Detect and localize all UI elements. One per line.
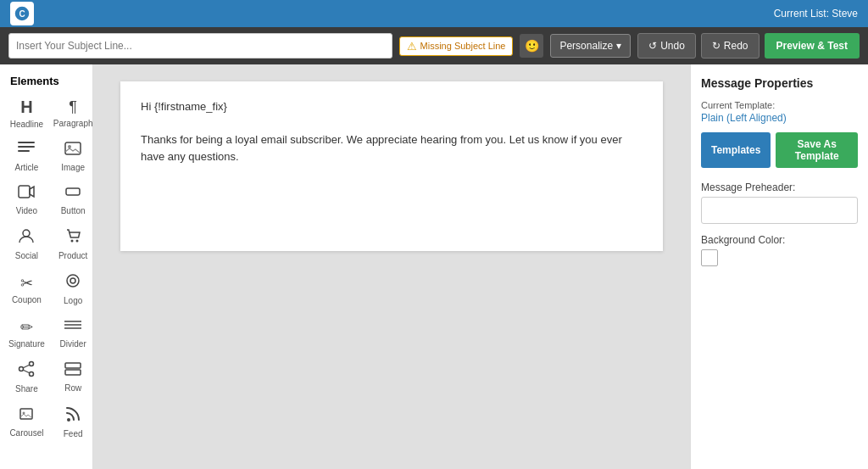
email-canvas[interactable]: Hi {!firstname_fix} Thanks for being a l… — [120, 81, 663, 251]
element-headline[interactable]: H Headline — [5, 92, 48, 134]
element-button[interactable]: Button — [50, 179, 93, 221]
template-buttons: Templates Save As Template — [701, 132, 858, 168]
element-row[interactable]: Row — [50, 355, 93, 399]
missing-subject-text: Missing Subject Line — [420, 41, 506, 51]
svg-rect-7 — [19, 186, 30, 198]
canvas-area: Hi {!firstname_fix} Thanks for being a l… — [93, 64, 690, 469]
bg-color-label: Background Color: — [701, 234, 858, 246]
element-article[interactable]: Article — [5, 136, 48, 177]
video-label: Video — [16, 206, 37, 215]
panel-title: Message Properties — [701, 76, 858, 90]
carousel-icon — [18, 406, 35, 426]
paragraph-label: Paragraph — [53, 119, 93, 128]
undo-button[interactable]: ↺ Undo — [637, 33, 696, 59]
svg-rect-3 — [18, 146, 35, 148]
canvas-line2: Thanks for being a loyal email subscribe… — [141, 131, 643, 165]
image-label: Image — [61, 163, 85, 172]
element-image[interactable]: Image — [50, 136, 93, 177]
missing-subject-badge: ⚠ Missing Subject Line — [399, 36, 514, 56]
warning-icon: ⚠ — [407, 40, 417, 53]
headline-icon: H — [20, 98, 32, 117]
product-label: Product — [58, 251, 87, 260]
element-feed[interactable]: Feed — [50, 400, 93, 444]
current-list-label: Current List: Steve — [774, 8, 858, 20]
signature-icon: ✏ — [20, 318, 33, 337]
button-icon — [64, 184, 81, 204]
element-carousel[interactable]: Carousel — [5, 400, 48, 444]
svg-point-11 — [76, 240, 79, 243]
svg-line-21 — [24, 370, 30, 372]
preheader-label: Message Preheader: — [701, 181, 858, 193]
logo-icon: C — [14, 5, 31, 22]
share-icon — [18, 360, 35, 382]
feed-label: Feed — [64, 429, 83, 438]
element-logo[interactable]: Logo — [50, 267, 93, 310]
subject-input[interactable] — [8, 33, 392, 59]
canvas-line1: Hi {!firstname_fix} — [141, 98, 643, 115]
elements-title: Elements — [5, 71, 93, 91]
svg-rect-22 — [65, 363, 81, 368]
personalize-button[interactable]: Personalize ▾ — [550, 34, 631, 58]
personalize-label: Personalize — [559, 40, 613, 52]
svg-rect-5 — [65, 142, 81, 154]
bg-color-swatch[interactable] — [701, 249, 718, 266]
element-product[interactable]: Product — [50, 222, 93, 265]
redo-icon: ↻ — [712, 40, 721, 52]
svg-point-10 — [71, 240, 74, 243]
svg-rect-23 — [65, 370, 81, 375]
undo-icon: ↺ — [648, 40, 657, 52]
video-icon — [18, 184, 35, 204]
current-template-label: Current Template: — [701, 100, 858, 110]
social-label: Social — [15, 251, 38, 260]
svg-line-20 — [24, 365, 30, 367]
app-logo: C — [10, 2, 34, 25]
svg-point-12 — [67, 275, 79, 287]
element-video[interactable]: Video — [5, 179, 48, 221]
logo-label: Logo — [64, 296, 82, 305]
article-label: Article — [15, 163, 39, 172]
element-coupon[interactable]: ✂ Coupon — [5, 267, 48, 310]
subject-bar: ⚠ Missing Subject Line 🙂 Personalize ▾ ↺… — [0, 27, 868, 64]
svg-rect-4 — [18, 150, 30, 152]
right-panel: Message Properties Current Template: Pla… — [690, 64, 868, 469]
divider-icon — [64, 317, 81, 337]
article-icon — [18, 141, 35, 160]
paragraph-icon: ¶ — [69, 98, 77, 116]
element-divider[interactable]: Divider — [50, 312, 93, 354]
svg-point-13 — [70, 278, 75, 283]
feed-icon — [64, 405, 81, 427]
emoji-button[interactable]: 🙂 — [520, 34, 543, 58]
divider-label: Divider — [60, 339, 86, 349]
element-share[interactable]: Share — [5, 355, 48, 399]
element-social[interactable]: Social — [5, 222, 48, 265]
svg-point-9 — [23, 230, 30, 237]
svg-rect-8 — [66, 188, 80, 195]
share-label: Share — [15, 384, 38, 394]
svg-point-19 — [30, 372, 34, 377]
svg-point-17 — [30, 362, 34, 366]
signature-label: Signature — [8, 339, 45, 349]
svg-text:C: C — [19, 9, 25, 19]
redo-button[interactable]: ↻ Redo — [701, 33, 760, 59]
carousel-label: Carousel — [9, 428, 43, 438]
elements-section: Elements H Headline ¶ Paragraph Article … — [0, 71, 92, 449]
preheader-input[interactable] — [701, 197, 858, 224]
logo-element-icon — [64, 272, 81, 293]
headline-label: Headline — [10, 120, 43, 129]
social-icon — [18, 227, 35, 248]
button-label: Button — [61, 206, 86, 215]
element-paragraph[interactable]: ¶ Paragraph — [50, 92, 93, 134]
elements-sidebar: Elements H Headline ¶ Paragraph Article … — [0, 64, 93, 469]
templates-button[interactable]: Templates — [701, 132, 771, 168]
preview-test-button[interactable]: Preview & Test — [765, 33, 860, 59]
svg-rect-2 — [18, 142, 35, 143]
save-as-template-button[interactable]: Save As Template — [776, 132, 858, 168]
row-icon — [64, 361, 81, 381]
element-signature[interactable]: ✏ Signature — [5, 312, 48, 354]
coupon-label: Coupon — [12, 295, 42, 304]
image-icon — [64, 141, 81, 160]
current-template-value: Plain (Left Aligned) — [701, 112, 858, 124]
row-label: Row — [64, 383, 81, 393]
main-area: Elements H Headline ¶ Paragraph Article … — [0, 64, 868, 469]
coupon-icon: ✂ — [20, 274, 33, 293]
